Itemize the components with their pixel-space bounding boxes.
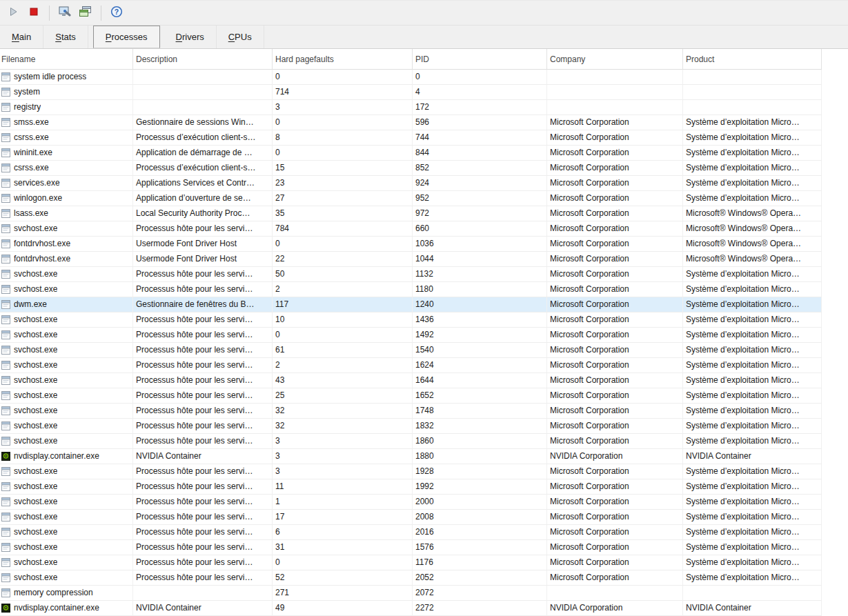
column-header-product[interactable]: Product xyxy=(683,49,822,69)
cell-pid: 1576 xyxy=(413,540,547,555)
tab-stats[interactable]: Stats xyxy=(43,26,88,48)
column-header-description[interactable]: Description xyxy=(133,49,273,69)
tab-main[interactable]: Main xyxy=(0,26,43,48)
table-row[interactable]: svchost.exeProcessus hôte pour les servi… xyxy=(0,540,822,555)
windows-list-button[interactable] xyxy=(76,3,95,23)
table-row[interactable]: svchost.exeProcessus hôte pour les servi… xyxy=(0,510,822,525)
table-row[interactable]: svchost.exeProcessus hôte pour les servi… xyxy=(0,404,822,419)
cell-description: Gestionnaire de sessions Win… xyxy=(133,115,273,130)
process-icon xyxy=(1,163,10,172)
table-row[interactable]: svchost.exeProcessus hôte pour les servi… xyxy=(0,434,822,449)
table-row[interactable]: svchost.exeProcessus hôte pour les servi… xyxy=(0,221,822,237)
column-header-company[interactable]: Company xyxy=(547,49,683,69)
table-row[interactable]: svchost.exeProcessus hôte pour les servi… xyxy=(0,267,822,282)
cell-company xyxy=(547,85,683,99)
table-row[interactable]: csrss.exeProcessus d’exécution client-s…… xyxy=(0,130,822,146)
cell-pid: 2008 xyxy=(413,510,547,524)
cell-description: Processus hôte pour les servi… xyxy=(133,343,273,357)
cell-description: Processus hôte pour les servi… xyxy=(133,404,273,418)
table-row[interactable]: dwm.exeGestionnaire de fenêtres du B…117… xyxy=(0,297,822,312)
cell-hard_pagefaults: 31 xyxy=(273,540,413,555)
process-icon xyxy=(1,239,10,248)
table-row[interactable]: services.exeApplications Services et Con… xyxy=(0,176,822,191)
cell-filename: services.exe xyxy=(0,176,133,190)
column-header-hard_pagefaults[interactable]: Hard pagefaults xyxy=(273,49,413,69)
cell-product: Système d’exploitation Micro… xyxy=(683,146,822,160)
cell-filename: csrss.exe xyxy=(0,130,133,145)
svg-text:?: ? xyxy=(115,8,119,16)
table-row[interactable]: svchost.exeProcessus hôte pour les servi… xyxy=(0,312,822,328)
table-row[interactable]: system idle process00 xyxy=(0,70,822,85)
cell-filename: dwm.exe xyxy=(0,297,133,312)
cell-company: Microsoft Corporation xyxy=(547,540,683,555)
table-row[interactable]: nvdisplay.container.exeNVIDIA Container3… xyxy=(0,449,822,464)
cell-filename: svchost.exe xyxy=(0,358,133,372)
cell-filename: svchost.exe xyxy=(0,434,133,448)
table-row[interactable]: svchost.exeProcessus hôte pour les servi… xyxy=(0,419,822,434)
table-row[interactable]: csrss.exeProcessus d’exécution client-s…… xyxy=(0,161,822,176)
help-button[interactable]: ? xyxy=(107,3,126,23)
cell-description xyxy=(133,85,273,99)
cell-hard_pagefaults: 6 xyxy=(273,525,413,539)
system-tools-button[interactable] xyxy=(55,3,75,23)
cell-product xyxy=(683,586,822,600)
table-row[interactable]: svchost.exeProcessus hôte pour les servi… xyxy=(0,282,822,297)
table-row[interactable]: system7144 xyxy=(0,85,822,100)
play-icon xyxy=(8,6,19,19)
table-row[interactable]: wininit.exeApplication de démarrage de …… xyxy=(0,146,822,161)
process-icon xyxy=(1,361,10,370)
cell-company: Microsoft Corporation xyxy=(547,358,683,372)
table-row[interactable]: svchost.exeProcessus hôte pour les servi… xyxy=(0,479,822,495)
column-header-pid[interactable]: PID xyxy=(413,49,547,69)
filename-text: svchost.exe xyxy=(14,373,57,388)
cell-company: Microsoft Corporation xyxy=(547,404,683,418)
stop-button[interactable] xyxy=(24,3,43,23)
table-row[interactable]: fontdrvhost.exeUsermode Font Driver Host… xyxy=(0,252,822,267)
cell-hard_pagefaults: 117 xyxy=(273,297,413,312)
cell-description: Processus d’exécution client-s… xyxy=(133,161,273,175)
process-icon xyxy=(1,497,10,506)
tab-cpus[interactable]: CPUs xyxy=(217,26,264,48)
table-row[interactable]: svchost.exeProcessus hôte pour les servi… xyxy=(0,343,822,358)
cell-filename: memory compression xyxy=(0,586,133,600)
cell-description: Processus hôte pour les servi… xyxy=(133,328,273,342)
tab-drivers[interactable]: Drivers xyxy=(164,26,217,48)
column-header-filename[interactable]: Filename xyxy=(0,49,133,69)
table-row[interactable]: svchost.exeProcessus hôte pour les servi… xyxy=(0,525,822,540)
table-row[interactable]: memory compression2712072 xyxy=(0,586,822,601)
tab-processes[interactable]: Processes xyxy=(93,26,160,48)
cell-hard_pagefaults: 10 xyxy=(273,312,413,327)
table-row[interactable]: svchost.exeProcessus hôte pour les servi… xyxy=(0,495,822,510)
table-row[interactable]: fontdrvhost.exeUsermode Font Driver Host… xyxy=(0,237,822,252)
table-row[interactable]: svchost.exeProcessus hôte pour les servi… xyxy=(0,373,822,388)
cell-pid: 1928 xyxy=(413,464,547,479)
cell-product: Système d’exploitation Micro… xyxy=(683,495,822,509)
cell-product: Système d’exploitation Micro… xyxy=(683,297,822,312)
cell-description: Processus hôte pour les servi… xyxy=(133,570,273,585)
table-row[interactable]: lsass.exeLocal Security Authority Proc…3… xyxy=(0,206,822,221)
table-row[interactable]: svchost.exeProcessus hôte pour les servi… xyxy=(0,570,822,586)
cell-company: Microsoft Corporation xyxy=(547,343,683,357)
table-row[interactable]: svchost.exeProcessus hôte pour les servi… xyxy=(0,464,822,479)
cell-pid: 1748 xyxy=(413,404,547,418)
cell-hard_pagefaults: 3 xyxy=(273,100,413,115)
table-row[interactable]: svchost.exeProcessus hôte pour les servi… xyxy=(0,328,822,343)
cell-description: Processus hôte pour les servi… xyxy=(133,419,273,433)
start-button[interactable] xyxy=(3,3,23,23)
cell-pid: 1832 xyxy=(413,419,547,433)
table-row[interactable]: svchost.exeProcessus hôte pour les servi… xyxy=(0,388,822,404)
table-row[interactable]: svchost.exeProcessus hôte pour les servi… xyxy=(0,555,822,570)
cell-company: Microsoft Corporation xyxy=(547,434,683,448)
cell-hard_pagefaults: 0 xyxy=(273,146,413,160)
cell-pid: 2016 xyxy=(413,525,547,539)
table-row[interactable]: smss.exeGestionnaire de sessions Win…059… xyxy=(0,115,822,130)
table-row[interactable]: svchost.exeProcessus hôte pour les servi… xyxy=(0,358,822,373)
cell-product: Système d’exploitation Micro… xyxy=(683,434,822,448)
filename-text: smss.exe xyxy=(14,115,49,130)
cell-product: Système d’exploitation Micro… xyxy=(683,130,822,145)
cell-product: Système d’exploitation Micro… xyxy=(683,464,822,479)
process-icon xyxy=(1,148,10,157)
table-row[interactable]: winlogon.exeApplication d’ouverture de s… xyxy=(0,191,822,206)
table-row[interactable]: nvdisplay.container.exeNVIDIA Container4… xyxy=(0,601,822,616)
table-row[interactable]: registry3172 xyxy=(0,100,822,115)
